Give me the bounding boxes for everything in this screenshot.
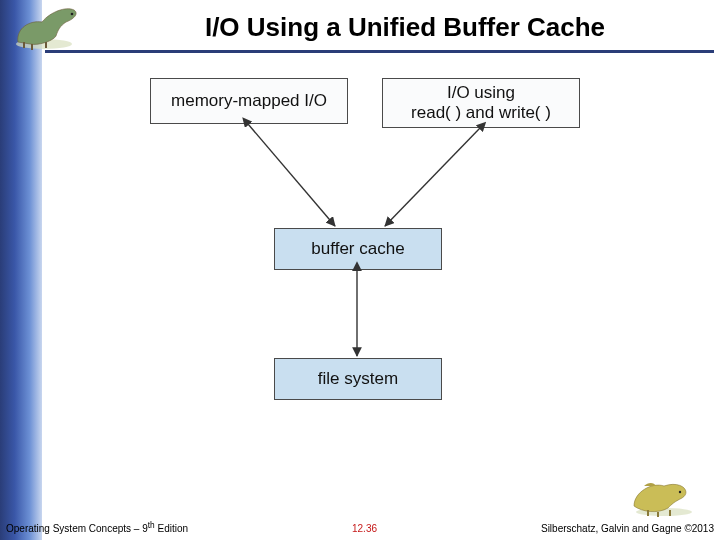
- svg-point-1: [71, 13, 74, 16]
- svg-point-6: [679, 491, 681, 493]
- footer-sup: th: [148, 520, 155, 530]
- svg-line-3: [385, 128, 480, 226]
- footer-text: Operating System Concepts – 9: [6, 523, 148, 534]
- slide-title: I/O Using a Unified Buffer Cache: [110, 12, 700, 43]
- slide-number: 12.36: [352, 523, 377, 534]
- svg-point-5: [636, 508, 692, 516]
- dino-icon: [624, 472, 702, 518]
- slide: I/O Using a Unified Buffer Cache memory-…: [0, 0, 720, 540]
- footer: Operating System Concepts – 9th Edition …: [6, 520, 714, 534]
- footer-left: Operating System Concepts – 9th Edition: [6, 520, 188, 534]
- svg-line-2: [248, 124, 335, 226]
- footer-right: Silberschatz, Galvin and Gagne ©2013: [541, 523, 714, 534]
- diagram: memory-mapped I/O I/O using read( ) and …: [150, 78, 580, 438]
- diagram-connectors: [150, 78, 580, 418]
- sidebar-gradient: [0, 0, 42, 540]
- title-underline: [45, 50, 714, 53]
- footer-text: Edition: [155, 523, 188, 534]
